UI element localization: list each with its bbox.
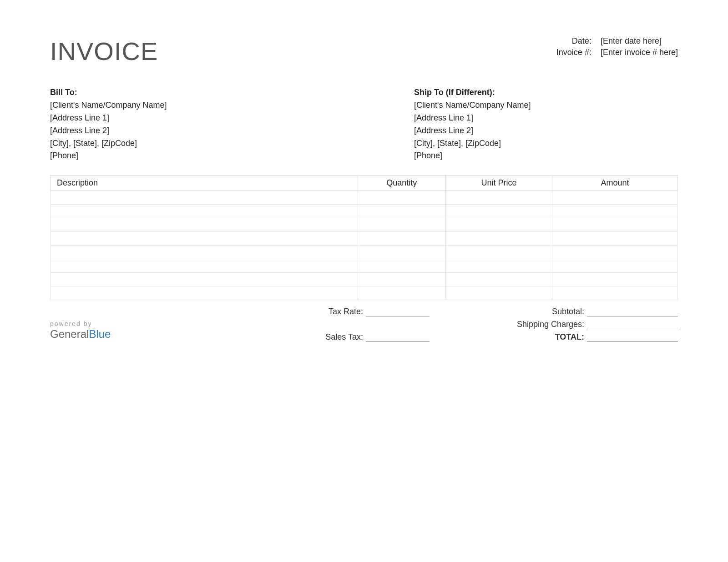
invoice-number-value[interactable]: [Enter invoice # here] <box>601 48 678 57</box>
brand-part1: General <box>50 328 89 340</box>
brand-name: GeneralBlue <box>50 328 238 341</box>
total-value[interactable] <box>587 332 678 342</box>
table-cell[interactable] <box>51 259 358 273</box>
ship-to-phone[interactable]: [Phone] <box>414 150 678 162</box>
table-cell[interactable] <box>51 218 358 232</box>
table-cell[interactable] <box>358 259 445 273</box>
header-unit-price: Unit Price <box>445 176 552 191</box>
shipping-label: Shipping Charges: <box>430 320 587 329</box>
table-cell[interactable] <box>358 232 445 246</box>
subtotal-value[interactable] <box>587 306 678 316</box>
table-cell[interactable] <box>51 286 358 300</box>
ship-to-block: Ship To (If Different): [Client's Name/C… <box>364 86 678 162</box>
table-cell[interactable] <box>552 232 678 246</box>
invoice-title: INVOICE <box>50 36 158 66</box>
powered-by-text: powered by <box>50 320 238 327</box>
bill-to-name[interactable]: [Client's Name/Company Name] <box>50 99 364 112</box>
totals-block: Tax Rate: Subtotal: Shipping Charges: Sa… <box>238 306 678 345</box>
bill-to-heading: Bill To: <box>50 86 364 99</box>
table-row <box>51 218 678 232</box>
subtotal-label: Subtotal: <box>430 307 587 316</box>
table-cell[interactable] <box>552 218 678 232</box>
table-cell[interactable] <box>445 246 552 259</box>
table-cell[interactable] <box>358 205 445 218</box>
bill-to-phone[interactable]: [Phone] <box>50 150 364 162</box>
table-cell[interactable] <box>445 286 552 300</box>
ship-to-city-state-zip[interactable]: [City], [State], [ZipCode] <box>414 137 678 150</box>
footer-brand: powered by GeneralBlue <box>50 306 238 341</box>
invoice-meta: Date: [Enter date here] Invoice #: [Ente… <box>546 36 678 59</box>
table-cell[interactable] <box>552 286 678 300</box>
brand-part2: Blue <box>89 328 111 340</box>
header-quantity: Quantity <box>358 176 445 191</box>
sales-tax-value[interactable] <box>366 332 430 342</box>
tax-rate-value[interactable] <box>366 306 430 316</box>
table-cell[interactable] <box>51 205 358 218</box>
table-cell[interactable] <box>358 273 445 286</box>
table-row <box>51 232 678 246</box>
invoice-number-label: Invoice #: <box>546 48 601 57</box>
bill-to-block: Bill To: [Client's Name/Company Name] [A… <box>50 86 364 162</box>
sales-tax-label: Sales Tax: <box>238 332 366 342</box>
table-cell[interactable] <box>552 259 678 273</box>
table-cell[interactable] <box>445 191 552 205</box>
table-cell[interactable] <box>51 246 358 259</box>
table-cell[interactable] <box>51 232 358 246</box>
table-cell[interactable] <box>552 246 678 259</box>
table-cell[interactable] <box>445 218 552 232</box>
table-cell[interactable] <box>445 259 552 273</box>
table-cell[interactable] <box>358 246 445 259</box>
date-label: Date: <box>546 36 601 46</box>
table-cell[interactable] <box>51 191 358 205</box>
ship-to-heading: Ship To (If Different): <box>414 86 678 99</box>
tax-rate-label: Tax Rate: <box>238 307 366 316</box>
date-value[interactable]: [Enter date here] <box>601 36 662 46</box>
ship-to-address2[interactable]: [Address Line 2] <box>414 125 678 137</box>
table-cell[interactable] <box>51 273 358 286</box>
line-items-table: Description Quantity Unit Price Amount <box>50 175 678 300</box>
table-cell[interactable] <box>552 191 678 205</box>
table-row <box>51 191 678 205</box>
shipping-value[interactable] <box>587 319 678 329</box>
ship-to-name[interactable]: [Client's Name/Company Name] <box>414 99 678 112</box>
table-row <box>51 205 678 218</box>
total-label: TOTAL: <box>430 332 587 342</box>
bill-to-address2[interactable]: [Address Line 2] <box>50 125 364 137</box>
table-row <box>51 286 678 300</box>
table-cell[interactable] <box>358 191 445 205</box>
table-cell[interactable] <box>358 286 445 300</box>
ship-to-address1[interactable]: [Address Line 1] <box>414 112 678 125</box>
table-row <box>51 259 678 273</box>
bill-to-city-state-zip[interactable]: [City], [State], [ZipCode] <box>50 137 364 150</box>
table-row <box>51 273 678 286</box>
header-amount: Amount <box>552 176 678 191</box>
table-cell[interactable] <box>552 273 678 286</box>
table-row <box>51 246 678 259</box>
table-cell[interactable] <box>552 205 678 218</box>
header-description: Description <box>51 176 358 191</box>
table-cell[interactable] <box>445 205 552 218</box>
table-cell[interactable] <box>445 232 552 246</box>
table-cell[interactable] <box>445 273 552 286</box>
bill-to-address1[interactable]: [Address Line 1] <box>50 112 364 125</box>
table-cell[interactable] <box>358 218 445 232</box>
